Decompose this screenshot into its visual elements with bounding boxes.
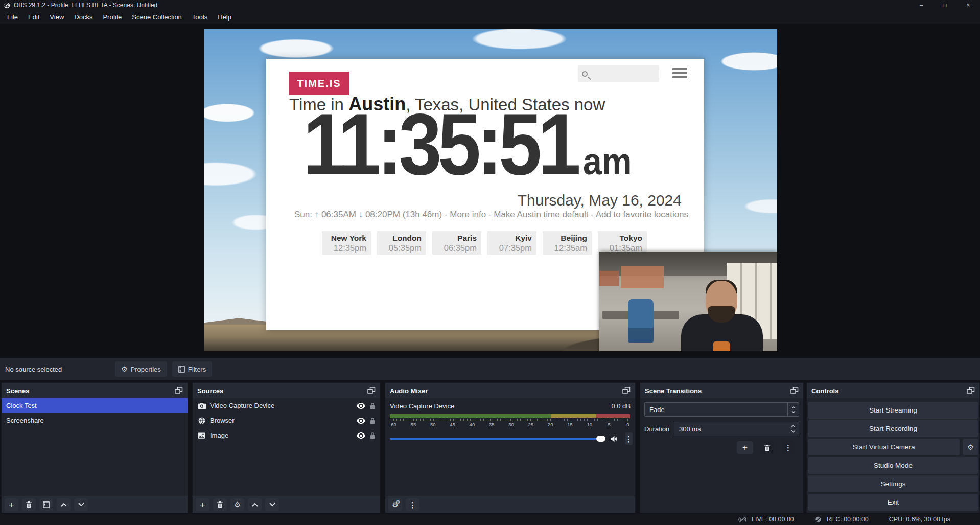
menu-view[interactable]: View: [44, 11, 69, 23]
remove-source-button[interactable]: [213, 498, 227, 511]
menu-edit[interactable]: Edit: [23, 11, 44, 23]
scene-filters-button[interactable]: [39, 498, 53, 511]
maximize-button[interactable]: □: [933, 0, 956, 10]
duration-label: Duration: [644, 425, 674, 433]
popout-icon[interactable]: [967, 387, 975, 394]
volume-slider-handle[interactable]: [596, 436, 605, 442]
chevron-up-icon: [61, 503, 67, 507]
hamburger-menu-icon: [672, 68, 687, 78]
window-title: OBS 29.1.2 - Profile: LLHLS BETA - Scene…: [14, 2, 157, 9]
timeis-logo: TIME.IS: [289, 72, 349, 95]
lock-icon[interactable]: [369, 402, 376, 409]
properties-button[interactable]: ⚙ Properties: [115, 361, 167, 377]
webcam-overlay[interactable]: [599, 252, 777, 351]
meter-tick-ruler: [390, 419, 630, 421]
move-source-down-button[interactable]: [265, 498, 279, 511]
obs-logo-icon: [4, 2, 10, 9]
studio-mode-button[interactable]: Studio Mode: [808, 457, 978, 474]
visibility-eye-icon[interactable]: [357, 403, 365, 409]
mixer-options-button[interactable]: ⋮: [625, 432, 633, 445]
program-canvas[interactable]: TIME.IS Time in Austin, Texas, United St…: [204, 29, 777, 351]
source-item-image[interactable]: Image: [193, 428, 380, 443]
chevron-down-icon: [269, 503, 275, 507]
sources-panel: Sources Video Capture Device Browser: [192, 382, 381, 513]
stream-signal-icon: [738, 516, 747, 523]
menu-file[interactable]: File: [2, 11, 23, 23]
controls-title: Controls: [811, 387, 838, 395]
volume-meter: [390, 414, 630, 418]
live-time: LIVE: 00:00:00: [752, 516, 794, 523]
add-scene-button[interactable]: +: [5, 498, 18, 511]
menu-help[interactable]: Help: [213, 11, 237, 23]
menu-scene-collection[interactable]: Scene Collection: [127, 11, 187, 23]
volume-slider[interactable]: [390, 438, 596, 440]
source-properties-button[interactable]: ⚙: [230, 498, 244, 511]
visibility-eye-icon[interactable]: [357, 418, 365, 424]
source-item-browser[interactable]: Browser: [193, 413, 380, 428]
camera-icon: [197, 403, 206, 409]
popout-icon[interactable]: [367, 387, 376, 394]
start-recording-button[interactable]: Start Recording: [808, 420, 978, 437]
world-clock-kyiv: Kyiv07:35pm: [487, 231, 536, 255]
popout-icon[interactable]: [790, 387, 799, 394]
start-virtual-camera-button[interactable]: Start Virtual Camera: [808, 439, 960, 455]
search-icon: [582, 71, 588, 77]
clock-meridiem: am: [583, 140, 632, 182]
duration-spinner[interactable]: [787, 422, 799, 436]
move-scene-down-button[interactable]: [74, 498, 88, 511]
scene-item-clock-test[interactable]: Clock Test: [2, 398, 188, 413]
globe-icon: [197, 417, 206, 424]
source-item-video-capture[interactable]: Video Capture Device: [193, 398, 380, 413]
chevron-up-icon: [791, 425, 796, 428]
transition-select[interactable]: Fade: [644, 402, 799, 417]
timeis-search-box: [578, 65, 659, 82]
source-toolbar: No source selected ⚙ Properties Filters: [0, 358, 980, 380]
lock-icon[interactable]: [369, 432, 376, 439]
title-bar: OBS 29.1.2 - Profile: LLHLS BETA - Scene…: [0, 0, 980, 10]
settings-button[interactable]: Settings: [808, 475, 978, 492]
mixer-channel-name: Video Capture Device: [390, 402, 454, 410]
add-transition-button[interactable]: +: [737, 441, 753, 454]
scenes-title: Scenes: [6, 387, 30, 395]
select-arrows[interactable]: [787, 403, 799, 416]
controls-panel: Controls Start Streaming Start Recording…: [806, 382, 980, 513]
advanced-audio-button[interactable]: ⚙⚙: [388, 498, 402, 511]
scene-item-screenshare[interactable]: Screenshare: [2, 413, 188, 428]
move-source-up-button[interactable]: [248, 498, 262, 511]
menu-tools[interactable]: Tools: [187, 11, 213, 23]
remove-scene-button[interactable]: [22, 498, 36, 511]
filters-button[interactable]: Filters: [172, 361, 212, 377]
visibility-eye-icon[interactable]: [357, 432, 365, 439]
add-favorite-link: Add to favorite locations: [596, 210, 688, 219]
meter-scale: -60-55-50-45-40-35-30-25-20-15-10-50: [387, 422, 634, 427]
chevron-up-icon: [252, 503, 258, 507]
world-clock-beijing: Beijing12:35am: [543, 231, 592, 255]
lock-icon[interactable]: [369, 417, 376, 424]
image-icon: [197, 432, 206, 439]
popout-icon[interactable]: [622, 387, 631, 394]
virtual-camera-settings-button[interactable]: ⚙: [963, 439, 978, 455]
status-bar: LIVE: 00:00:00 REC: 00:00:00 CPU: 0.6%, …: [0, 514, 980, 525]
popout-icon[interactable]: [175, 387, 183, 394]
exit-button[interactable]: Exit: [808, 494, 978, 511]
mixer-menu-button[interactable]: ⋮: [406, 498, 419, 511]
gear-icon: ⚙: [234, 501, 241, 508]
start-streaming-button[interactable]: Start Streaming: [808, 402, 978, 419]
remove-transition-button[interactable]: [760, 441, 774, 454]
duration-input[interactable]: 300 ms: [674, 422, 799, 436]
move-scene-up-button[interactable]: [57, 498, 71, 511]
menu-profile[interactable]: Profile: [98, 11, 127, 23]
menu-docks[interactable]: Docks: [69, 11, 98, 23]
speaker-icon[interactable]: [611, 436, 619, 442]
trash-icon: [26, 501, 32, 508]
source-status-text: No source selected: [5, 366, 115, 373]
world-clock-new-york: New York12:35pm: [322, 231, 371, 255]
obs-window: OBS 29.1.2 - Profile: LLHLS BETA - Scene…: [0, 0, 980, 525]
chevron-down-icon: [791, 430, 796, 433]
add-source-button[interactable]: +: [196, 498, 209, 511]
transition-properties-button[interactable]: ⋮: [781, 441, 795, 454]
minimize-button[interactable]: –: [909, 0, 933, 10]
close-button[interactable]: ×: [956, 0, 980, 10]
scenes-panel: Scenes Clock Test Screenshare +: [1, 382, 188, 513]
timeis-clock: 11:35:51am: [303, 100, 632, 187]
